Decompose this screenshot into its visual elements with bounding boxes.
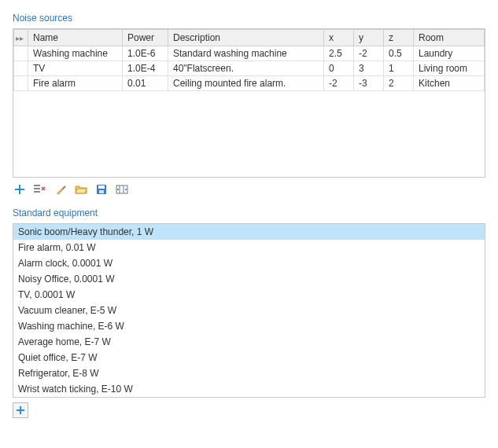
plus-icon: [16, 406, 25, 415]
list-item[interactable]: Alarm clock, 0.0001 W: [13, 255, 485, 271]
col-header-name[interactable]: Name: [28, 30, 123, 46]
cell-room[interactable]: Laundry: [414, 46, 485, 61]
cell-x[interactable]: 2.5: [324, 46, 354, 61]
table-row[interactable]: Washing machine1.0E-6Standard washing ma…: [14, 46, 485, 61]
svg-rect-0: [34, 185, 40, 186]
cell-z[interactable]: 0.5: [384, 46, 414, 61]
cell-y[interactable]: 3: [354, 61, 384, 76]
cell-name[interactable]: Fire alarm: [28, 76, 123, 91]
list-item[interactable]: Sonic boom/Heavy thunder, 1 W: [13, 224, 485, 240]
row-corner[interactable]: [14, 61, 28, 76]
svg-line-3: [62, 186, 65, 189]
save-icon: [96, 184, 107, 195]
table-row[interactable]: Fire alarm0.01Ceiling mounted fire alarm…: [14, 76, 485, 91]
cell-x[interactable]: -2: [324, 76, 354, 91]
list-item[interactable]: Washing machine, E-6 W: [13, 318, 485, 334]
cell-description[interactable]: Ceiling mounted fire alarm.: [168, 76, 324, 91]
noise-sources-title: Noise sources: [13, 13, 485, 24]
autosize-columns-button[interactable]: [115, 182, 129, 196]
list-item[interactable]: Noisy Office, 0.0001 W: [13, 271, 485, 287]
cell-description[interactable]: 40"Flatscreen.: [168, 61, 324, 76]
cell-room[interactable]: Kitchen: [414, 76, 485, 91]
list-item[interactable]: Vacuum cleaner, E-5 W: [13, 303, 485, 318]
cell-x[interactable]: 0: [324, 61, 354, 76]
save-button[interactable]: [94, 182, 109, 196]
list-item[interactable]: Fire alarm, 0.01 W: [13, 240, 485, 255]
plus-icon: [14, 184, 25, 195]
cell-z[interactable]: 1: [384, 61, 414, 76]
cell-y[interactable]: -2: [354, 46, 384, 61]
cell-power[interactable]: 0.01: [123, 76, 168, 91]
noise-sources-table[interactable]: ▸▸ Name Power Description x y z Room Was…: [13, 29, 485, 91]
table-row[interactable]: TV1.0E-440"Flatscreen.031Living room: [14, 61, 485, 76]
add-row-button[interactable]: [13, 182, 27, 196]
delete-row-button[interactable]: [33, 182, 47, 196]
standard-equipment-list[interactable]: Sonic boom/Heavy thunder, 1 WFire alarm,…: [13, 223, 485, 398]
noise-sources-table-container: ▸▸ Name Power Description x y z Room Was…: [13, 28, 485, 178]
load-button[interactable]: [74, 182, 88, 196]
cell-power[interactable]: 1.0E-6: [123, 46, 168, 61]
add-equipment-button[interactable]: [13, 402, 28, 418]
col-header-power[interactable]: Power: [123, 30, 168, 46]
col-header-x[interactable]: x: [324, 30, 354, 46]
standard-equipment-title: Standard equipment: [13, 207, 485, 218]
list-item[interactable]: Wrist watch ticking, E-10 W: [13, 381, 485, 397]
col-header-description[interactable]: Description: [168, 30, 324, 46]
svg-rect-2: [34, 191, 40, 193]
cell-name[interactable]: TV: [28, 61, 123, 76]
cell-z[interactable]: 2: [384, 76, 414, 91]
list-item[interactable]: TV, 0.0001 W: [13, 287, 485, 303]
table-header-row: ▸▸ Name Power Description x y z Room: [14, 30, 485, 46]
svg-rect-1: [34, 188, 40, 189]
row-corner[interactable]: [14, 46, 28, 61]
col-header-y[interactable]: y: [354, 30, 384, 46]
table-toolbar: [13, 178, 485, 204]
list-item[interactable]: Average home, E-7 W: [13, 334, 485, 350]
col-header-room[interactable]: Room: [414, 30, 485, 46]
row-corner[interactable]: [14, 76, 28, 91]
col-header-z[interactable]: z: [384, 30, 414, 46]
cell-room[interactable]: Living room: [414, 61, 485, 76]
clear-table-button[interactable]: [53, 182, 68, 196]
cell-y[interactable]: -3: [354, 76, 384, 91]
list-item[interactable]: Quiet office, E-7 W: [13, 350, 485, 365]
svg-rect-6: [99, 190, 104, 193]
svg-rect-5: [98, 185, 105, 189]
cell-description[interactable]: Standard washing machine: [168, 46, 324, 61]
list-item[interactable]: Refrigerator, E-8 W: [13, 365, 485, 381]
cell-power[interactable]: 1.0E-4: [123, 61, 168, 76]
autosize-icon: [116, 185, 128, 194]
cell-name[interactable]: Washing machine: [28, 46, 123, 61]
folder-open-icon: [75, 184, 87, 195]
broom-icon: [54, 183, 67, 196]
list-delete-icon: [34, 184, 46, 195]
table-corner[interactable]: ▸▸: [14, 30, 28, 46]
